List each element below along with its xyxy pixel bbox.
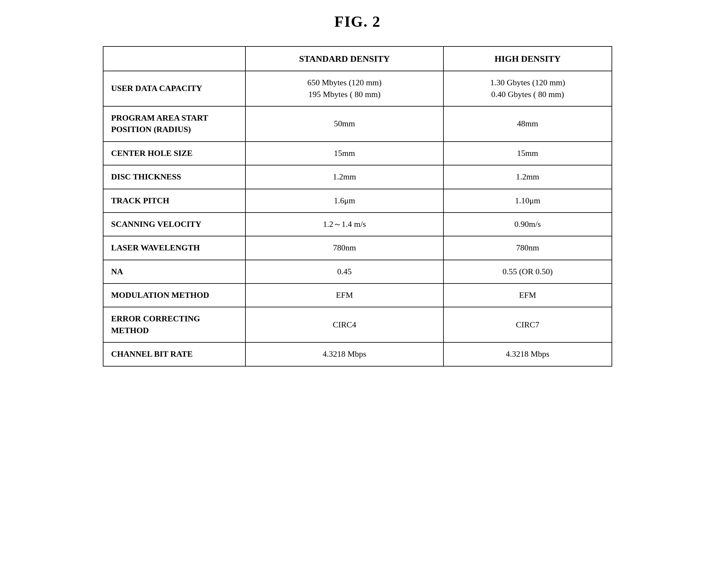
row-standard-4: 1.6μm [245, 189, 443, 213]
row-label-4: TRACK PITCH [103, 189, 245, 213]
row-standard-9: CIRC4 [245, 307, 443, 342]
row-high-7: 0.55 (OR 0.50) [444, 260, 612, 284]
header-standard-density: STANDARD DENSITY [245, 46, 443, 71]
row-high-4: 1.10μm [444, 189, 612, 213]
page-title: FIG. 2 [334, 13, 381, 30]
row-high-1: 48mm [444, 106, 612, 142]
row-label-10: CHANNEL BIT RATE [103, 342, 245, 366]
row-standard-0: 650 Mbytes (120 mm)195 Mbytes ( 80 mm) [245, 71, 443, 106]
row-label-0: USER DATA CAPACITY [103, 71, 245, 106]
table-row: ERROR CORRECTINGMETHODCIRC4CIRC7 [103, 307, 612, 342]
row-label-1: PROGRAM AREA STARTPOSITION (RADIUS) [103, 106, 245, 142]
table-row: NA0.450.55 (OR 0.50) [103, 260, 612, 284]
table-row: DISC THICKNESS1.2mm1.2mm [103, 165, 612, 189]
table-row: TRACK PITCH1.6μm1.10μm [103, 189, 612, 213]
row-label-7: NA [103, 260, 245, 284]
row-label-8: MODULATION METHOD [103, 284, 245, 307]
table-row: LASER WAVELENGTH780nm780nm [103, 236, 612, 260]
row-high-6: 780nm [444, 236, 612, 260]
row-high-5: 0.90m/s [444, 213, 612, 236]
table-row: SCANNING VELOCITY1.2～1.4 m/s0.90m/s [103, 213, 612, 236]
row-label-6: LASER WAVELENGTH [103, 236, 245, 260]
row-standard-6: 780nm [245, 236, 443, 260]
header-high-density: HIGH DENSITY [444, 46, 612, 71]
row-high-3: 1.2mm [444, 165, 612, 189]
table-row: CENTER HOLE SIZE15mm15mm [103, 142, 612, 165]
row-high-2: 15mm [444, 142, 612, 165]
spec-table: STANDARD DENSITY HIGH DENSITY USER DATA … [103, 46, 612, 366]
row-standard-8: EFM [245, 284, 443, 307]
row-standard-2: 15mm [245, 142, 443, 165]
table-row: MODULATION METHODEFMEFM [103, 284, 612, 307]
row-label-3: DISC THICKNESS [103, 165, 245, 189]
row-high-9: CIRC7 [444, 307, 612, 342]
row-standard-3: 1.2mm [245, 165, 443, 189]
table-row: PROGRAM AREA STARTPOSITION (RADIUS)50mm4… [103, 106, 612, 142]
row-high-10: 4.3218 Mbps [444, 342, 612, 366]
row-label-5: SCANNING VELOCITY [103, 213, 245, 236]
row-high-0: 1.30 Gbytes (120 mm)0.40 Gbytes ( 80 mm) [444, 71, 612, 106]
row-label-9: ERROR CORRECTINGMETHOD [103, 307, 245, 342]
row-standard-10: 4.3218 Mbps [245, 342, 443, 366]
row-standard-1: 50mm [245, 106, 443, 142]
row-standard-7: 0.45 [245, 260, 443, 284]
header-label-col [103, 46, 245, 71]
row-high-8: EFM [444, 284, 612, 307]
row-label-2: CENTER HOLE SIZE [103, 142, 245, 165]
table-container: STANDARD DENSITY HIGH DENSITY USER DATA … [103, 46, 612, 366]
table-row: USER DATA CAPACITY650 Mbytes (120 mm)195… [103, 71, 612, 106]
row-standard-5: 1.2～1.4 m/s [245, 213, 443, 236]
table-row: CHANNEL BIT RATE4.3218 Mbps4.3218 Mbps [103, 342, 612, 366]
